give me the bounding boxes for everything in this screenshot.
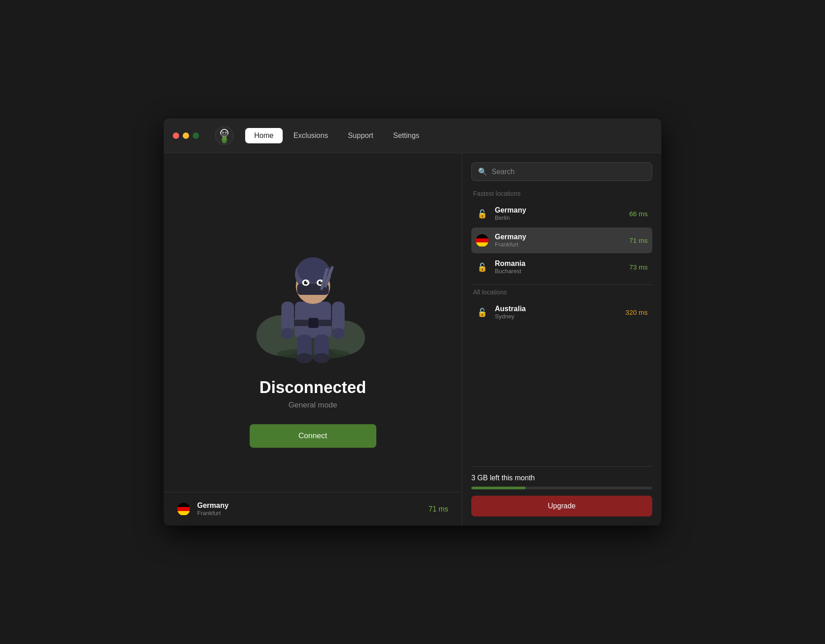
current-location-name: Germany <box>197 502 421 510</box>
tab-settings[interactable]: Settings <box>384 128 428 143</box>
svg-point-35 <box>320 281 322 282</box>
location-city-australia: Sydney <box>495 313 619 320</box>
status-title: Disconnected <box>259 378 366 397</box>
minimize-button[interactable] <box>183 133 189 139</box>
lock-icon-germany-berlin: 🔓 <box>476 208 488 220</box>
fastest-section-label: Fastest locations <box>471 190 652 197</box>
svg-point-5 <box>223 132 223 133</box>
traffic-lights <box>173 133 199 139</box>
maximize-button[interactable] <box>193 133 199 139</box>
location-latency-australia: 320 ms <box>626 308 648 316</box>
location-city-romania-bucharest: Bucharest <box>495 268 623 275</box>
status-subtitle: General mode <box>289 401 337 410</box>
svg-point-24 <box>313 353 330 363</box>
current-location-info: Germany Frankfurt <box>197 502 421 516</box>
tab-exclusions[interactable]: Exclusions <box>284 128 337 143</box>
svg-rect-16 <box>308 318 318 328</box>
data-progress-fill <box>471 487 526 489</box>
tab-home[interactable]: Home <box>245 128 283 143</box>
location-info-australia: Australia Sydney <box>495 305 619 320</box>
svg-point-19 <box>281 328 294 339</box>
location-latency-romania-bucharest: 73 ms <box>629 263 648 271</box>
location-name-germany-berlin: Germany <box>495 206 623 214</box>
location-city-germany-frankfurt: Frankfurt <box>495 241 623 248</box>
current-location-city: Frankfurt <box>197 510 421 516</box>
location-item-romania-bucharest[interactable]: 🔓 Romania Bucharest 73 ms <box>471 254 652 280</box>
location-info-romania-bucharest: Romania Bucharest <box>495 260 623 275</box>
upgrade-button[interactable]: Upgrade <box>471 496 652 516</box>
svg-point-13 <box>277 348 349 359</box>
location-item-germany-berlin[interactable]: 🔓 Germany Berlin 66 ms <box>471 201 652 227</box>
location-latency-germany-frankfurt: 71 ms <box>629 237 648 244</box>
app-window: Home Exclusions Support Settings <box>164 118 661 526</box>
location-name-germany-frankfurt: Germany <box>495 233 623 241</box>
nav-tabs: Home Exclusions Support Settings <box>245 128 428 143</box>
location-info-germany-frankfurt: Germany Frankfurt <box>495 233 623 248</box>
divider <box>471 284 652 285</box>
location-item-australia[interactable]: 🔓 Australia Sydney 320 ms <box>471 299 652 325</box>
location-item-germany-frankfurt[interactable]: Germany Frankfurt 71 ms <box>471 227 652 253</box>
tab-support[interactable]: Support <box>339 128 382 143</box>
search-input[interactable] <box>492 168 645 176</box>
current-location-latency: 71 ms <box>428 505 448 513</box>
data-remaining-label: 3 GB left this month <box>471 474 652 482</box>
svg-rect-29 <box>297 284 329 295</box>
svg-rect-18 <box>332 302 345 331</box>
lock-icon-romania-bucharest: 🔓 <box>476 261 488 274</box>
svg-point-20 <box>332 328 345 339</box>
svg-point-34 <box>306 281 307 282</box>
location-name-australia: Australia <box>495 305 619 313</box>
svg-point-6 <box>225 132 226 133</box>
location-latency-germany-berlin: 66 ms <box>629 210 648 218</box>
svg-rect-7 <box>221 134 228 136</box>
all-section-label: All locations <box>471 289 652 296</box>
lock-icon-australia: 🔓 <box>476 306 488 319</box>
ninja-illustration <box>245 232 381 367</box>
svg-rect-17 <box>281 302 294 331</box>
data-progress-bar <box>471 487 652 489</box>
current-location-flag <box>177 503 190 516</box>
main-content: Disconnected General mode Connect German… <box>164 153 661 526</box>
location-name-romania-bucharest: Romania <box>495 260 623 268</box>
svg-point-9 <box>223 137 226 140</box>
location-info-germany-berlin: Germany Berlin <box>495 206 623 221</box>
current-location-bar[interactable]: Germany Frankfurt 71 ms <box>164 492 462 526</box>
search-box[interactable]: 🔍 <box>471 162 652 181</box>
right-panel: 🔍 Fastest locations 🔓 Germany Berlin 66 … <box>462 153 661 526</box>
close-button[interactable] <box>173 133 179 139</box>
left-panel: Disconnected General mode Connect German… <box>164 153 462 526</box>
location-city-germany-berlin: Berlin <box>495 214 623 221</box>
search-icon: 🔍 <box>478 167 487 176</box>
flag-icon-germany-frankfurt <box>476 234 488 247</box>
app-logo <box>214 126 234 146</box>
data-section: 3 GB left this month Upgrade <box>471 466 652 516</box>
svg-point-23 <box>296 353 313 363</box>
title-bar: Home Exclusions Support Settings <box>164 118 661 153</box>
connect-button[interactable]: Connect <box>250 424 376 448</box>
